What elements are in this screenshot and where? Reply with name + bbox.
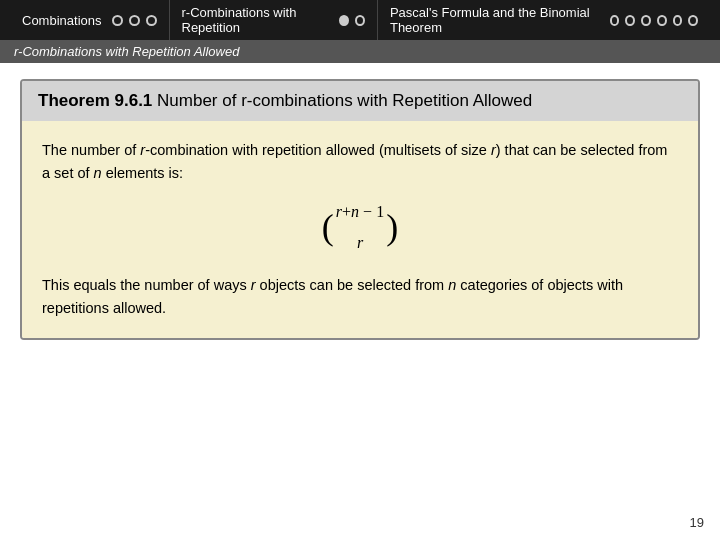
theorem-header: Theorem 9.6.1 Number of r-combinations w… <box>22 81 698 121</box>
top-nav: Combinations r-Combinations with Repetit… <box>0 0 720 40</box>
binom-fraction: r+n − 1 r <box>336 199 384 255</box>
nav-dot-8 <box>641 15 651 26</box>
nav-dot-4 <box>339 15 349 26</box>
binomial-coefficient: ( r+n − 1 r ) <box>322 199 398 255</box>
nav-dot-11 <box>688 15 698 26</box>
theorem-paragraph-2: This equals the number of ways r objects… <box>42 274 678 320</box>
page-number: 19 <box>690 515 704 530</box>
nav-dot-5 <box>355 15 365 26</box>
left-paren: ( <box>322 209 334 245</box>
right-paren: ) <box>386 209 398 245</box>
subtitle-bar: r-Combinations with Repetition Allowed <box>0 40 720 63</box>
nav-section-pascals[interactable]: Pascal's Formula and the Binomial Theore… <box>378 0 710 40</box>
nav-dot-3 <box>146 15 157 26</box>
nav-dot-10 <box>673 15 683 26</box>
nav-label-rcombinations: r-Combinations with Repetition <box>182 5 330 35</box>
theorem-title: Number of r-combinations with Repetition… <box>157 91 532 110</box>
nav-dot-1 <box>112 15 123 26</box>
binom-bottom: r <box>357 228 363 256</box>
nav-dot-6 <box>610 15 620 26</box>
theorem-paragraph-1: The number of r-combination with repetit… <box>42 139 678 185</box>
nav-dot-2 <box>129 15 140 26</box>
nav-label-pascals: Pascal's Formula and the Binomial Theore… <box>390 5 600 35</box>
theorem-number: Theorem 9.6.1 <box>38 91 152 110</box>
theorem-box: Theorem 9.6.1 Number of r-combinations w… <box>20 79 700 340</box>
theorem-body: The number of r-combination with repetit… <box>22 121 698 338</box>
nav-dot-7 <box>625 15 635 26</box>
nav-dot-9 <box>657 15 667 26</box>
main-content: Theorem 9.6.1 Number of r-combinations w… <box>0 63 720 356</box>
nav-section-combinations[interactable]: Combinations <box>10 0 170 40</box>
formula-container: ( r+n − 1 r ) <box>42 199 678 255</box>
binom-top: r+n − 1 <box>336 199 384 228</box>
subtitle-text: r-Combinations with Repetition Allowed <box>14 44 239 59</box>
nav-section-rcombinations[interactable]: r-Combinations with Repetition <box>170 0 378 40</box>
nav-label-combinations: Combinations <box>22 13 102 28</box>
